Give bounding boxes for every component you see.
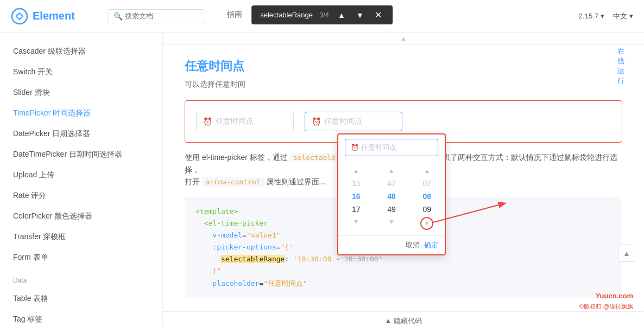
timepicker-clock-icon: ⏰ [351, 144, 359, 151]
time-input-1[interactable]: ⏰ 任意时间点 [196, 112, 294, 131]
sidebar-item-tag[interactable]: Tag 标签 [0, 309, 162, 327]
desc-line2-suffix: 属性则通过界面... [264, 177, 326, 186]
time-placeholder-2: 任意时间点 [324, 117, 362, 126]
svg-point-0 [12, 9, 27, 24]
search-next-btn[interactable]: ▼ [354, 11, 366, 20]
sidebar-item-switch[interactable]: Switch 开关 [0, 62, 162, 82]
sidebar-item-cascader[interactable]: Cascader 级联选择器 [0, 41, 162, 62]
arrow-control-code-tag: arrow-control [202, 177, 264, 187]
desc-line2-prefix: 打开 [185, 177, 202, 186]
search-icon: 🔍 [113, 12, 123, 21]
clock-icon-2: ⏰ [312, 117, 321, 126]
second-07[interactable]: 07 [409, 177, 445, 190]
timepicker-placeholder: 任意时间点 [361, 143, 396, 152]
version-chevron-icon: ▾ [601, 12, 604, 20]
sidebar-item-slider[interactable]: Slider 滑块 [0, 82, 162, 103]
sidebar-item-form[interactable]: Form 表单 [0, 247, 162, 268]
minute-47[interactable]: 47 [374, 177, 409, 190]
search-prev-btn[interactable]: ▲ [336, 11, 348, 20]
minute-48[interactable]: 48 [374, 190, 409, 203]
timepicker-footer: 取消 确定 [338, 235, 445, 254]
logo-text: Element [33, 10, 75, 22]
sidebar-item-timepicker[interactable]: TimePicker 时间选择器 [0, 103, 162, 124]
search-box[interactable]: 🔍 [108, 9, 205, 23]
minutes-down-btn[interactable]: ▼ [386, 216, 397, 228]
timepicker-columns: ▲ 15 16 17 ▼ ▲ 47 48 49 [338, 161, 445, 235]
search-input[interactable] [125, 12, 201, 20]
hour-17[interactable]: 17 [338, 203, 374, 216]
timepicker-seconds-col: ▲ 07 08 09 ▼ [409, 165, 445, 231]
seconds-down-area: ▼ [420, 216, 433, 231]
hide-code-icon: ▲ [385, 317, 392, 325]
logo: Element [11, 8, 75, 25]
version-text: 2.15.7 [579, 12, 598, 20]
watermark-text: Yuucn.com [596, 292, 633, 300]
hours-up-btn[interactable]: ▲ [351, 165, 362, 177]
annotation-arrow [433, 216, 434, 216]
desc-line1-prefix: 使用 el-time-picker 标签，通过 [185, 153, 290, 162]
logo-icon [11, 8, 28, 25]
watermark-subtext: ©版权归 @旋转飘飘 [579, 303, 633, 311]
seconds-down-btn[interactable]: ▼ [420, 217, 433, 230]
header: selectableRange 3/4 ▲ ▼ ✕ Element 🔍 指南 组… [0, 0, 644, 33]
timepicker-minutes-col: ▲ 47 48 49 ▼ [374, 165, 409, 231]
content-area: ▲ 在线运行 任意时间点 可以选择任意时间 [163, 33, 644, 327]
sidebar-item-rate[interactable]: Rate 评分 [0, 185, 162, 206]
sidebar-item-transfer[interactable]: Transfer 穿梭框 [0, 227, 162, 247]
sidebar-item-table[interactable]: Table 表格 [0, 288, 162, 309]
second-09[interactable]: 09 [409, 203, 445, 216]
timepicker-input-field[interactable]: ⏰ 任意时间点 [345, 139, 438, 156]
title-highlight: 时 [209, 59, 220, 73]
demo-row: ⏰ 任意时间点 ⏰ 任意时间点 [196, 112, 611, 131]
scroll-up-arrow-icon: ▲ [400, 35, 407, 42]
sidebar-category-data: Data [0, 272, 162, 288]
timepicker-header: ⏰ 任意时间点 [338, 134, 445, 161]
nav-guide[interactable]: 指南 [227, 10, 242, 23]
second-08[interactable]: 08 [409, 190, 445, 203]
sidebar-item-colorpicker[interactable]: ColorPicker 颜色选择器 [0, 206, 162, 227]
clock-icon-1: ⏰ [203, 117, 212, 126]
scroll-top-indicator: ▲ [163, 33, 644, 45]
sidebar: Cascader 级联选择器 Switch 开关 Slider 滑块 TimeP… [0, 33, 163, 327]
code-placeholder: placeholder="任意时间点" [195, 278, 611, 290]
minutes-up-btn[interactable]: ▲ [386, 165, 397, 177]
timepicker-confirm-btn[interactable]: 确定 [424, 240, 438, 250]
scroll-top-arrow-icon: ▲ [623, 249, 630, 258]
header-right: 2.15.7 ▾ 中文 ▾ [579, 11, 633, 21]
sidebar-item-upload[interactable]: Upload 上传 [0, 165, 162, 185]
online-run-btn[interactable]: 在线运行 [617, 47, 624, 86]
lang-text: 中文 [613, 11, 627, 21]
timepicker-cancel-btn[interactable]: 取消 [406, 240, 420, 250]
scroll-to-top-btn[interactable]: ▲ [618, 245, 635, 262]
seconds-up-btn[interactable]: ▲ [421, 165, 432, 177]
sidebar-item-datetimepicker[interactable]: DateTimePicker 日期时间选择器 [0, 144, 162, 165]
title-prefix: 任意 [185, 59, 209, 73]
time-input-2[interactable]: ⏰ 任意时间点 [305, 112, 402, 131]
timepicker-dropdown: ⏰ 任意时间点 ▲ 15 16 17 ▼ [337, 133, 446, 255]
hide-code-label: 隐藏代码 [394, 316, 422, 326]
hour-15[interactable]: 15 [338, 177, 374, 190]
section-title: 任意时间点 [185, 58, 622, 74]
section: 任意时间点 可以选择任意时间 ⏰ 任意时间点 ⏰ [163, 45, 644, 311]
lang-chevron-icon: ▾ [629, 12, 633, 20]
search-close-btn[interactable]: ✕ [372, 10, 384, 20]
lang-selector[interactable]: 中文 ▾ [613, 11, 633, 21]
search-term: selectableRange [260, 11, 313, 19]
main-layout: Cascader 级联选择器 Switch 开关 Slider 滑块 TimeP… [0, 33, 644, 327]
minute-49[interactable]: 49 [374, 203, 409, 216]
hour-16[interactable]: 16 [338, 190, 374, 203]
code-closing-brace: }" [195, 265, 611, 277]
timepicker-hours-col: ▲ 15 16 17 ▼ [338, 165, 374, 231]
search-count: 3/4 [319, 11, 329, 19]
demo-area: ⏰ 任意时间点 ⏰ 任意时间点 [185, 100, 622, 143]
time-placeholder-1: 任意时间点 [216, 117, 254, 126]
version-selector[interactable]: 2.15.7 ▾ [579, 12, 604, 20]
section-description: 可以选择任意时间 [185, 80, 622, 89]
hours-down-btn[interactable]: ▼ [351, 216, 362, 228]
title-suffix: 间点 [220, 59, 244, 73]
bottom-bar[interactable]: ▲ 隐藏代码 [163, 311, 644, 327]
search-highlight-bar: selectableRange 3/4 ▲ ▼ ✕ [251, 5, 393, 24]
sidebar-item-datepicker[interactable]: DatePicker 日期选择器 [0, 124, 162, 144]
